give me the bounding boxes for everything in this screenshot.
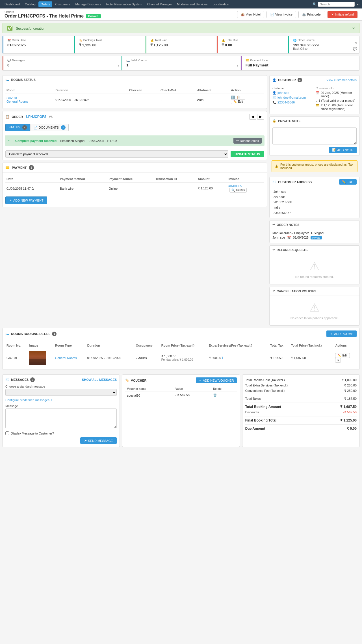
pay-col-txn: Transaction ID: [154, 176, 197, 183]
messages-count-badge: 0: [30, 377, 35, 382]
view-invoice-button[interactable]: 📄 View invoice: [266, 11, 296, 18]
source-refresh-icon[interactable]: ↻: [354, 41, 357, 45]
convenience-fee-row: Convenience Fee (Tax excl.) ₹ 250.00: [245, 388, 357, 394]
pay-method: Bank wire: [59, 183, 107, 195]
payment-details-button[interactable]: 🔍 Details: [229, 188, 247, 193]
nav-customers[interactable]: Customers: [53, 1, 72, 7]
room-edit-button[interactable]: ✏️ Edit: [231, 99, 245, 104]
messages-value: 0: [7, 63, 117, 67]
tab-documents[interactable]: 📄 DOCUMENTS 1: [31, 124, 69, 131]
nav-more-icon[interactable]: ⋯: [355, 2, 360, 7]
private-note-textarea[interactable]: [272, 127, 357, 144]
order-id-link[interactable]: LPHJCPOFS: [26, 115, 46, 119]
nav-discounts[interactable]: Manage Discounts: [73, 1, 103, 7]
total-booking-label: Total Booking Amount: [245, 405, 281, 409]
phone-icon: 📞: [272, 101, 276, 104]
display-message-label: Display Message to Customer?: [11, 432, 54, 435]
discounts-label: Discounts: [245, 410, 259, 414]
tag-icon: 🏷️: [79, 39, 82, 42]
show-all-messages-link[interactable]: Show all messages: [82, 378, 117, 381]
final-booking-label: Final Booking Total: [245, 418, 276, 422]
order-prev-button[interactable]: ◀: [249, 114, 256, 120]
order-next-button[interactable]: ▶: [257, 114, 264, 120]
nav-orders[interactable]: Orders: [38, 1, 53, 7]
tab-status[interactable]: STATUS 1: [5, 124, 30, 131]
left-column: 🛏️ ROOMS STATUS Room Duration Check-In C…: [2, 75, 267, 326]
due-amount-row: Due Amount ₹ 0.00: [245, 426, 357, 431]
bd-col-room-type: Room Type: [54, 342, 86, 349]
display-message-checkbox[interactable]: [5, 431, 9, 435]
info-extra-icon[interactable]: ℹ: [222, 356, 223, 360]
bd-room-type: General Rooms: [54, 349, 86, 367]
edit-address-button[interactable]: ✏️ EDIT: [339, 179, 357, 185]
room-type-link[interactable]: General Rooms: [6, 100, 28, 103]
customer-email-link[interactable]: johndoe@gmail.com: [278, 96, 306, 99]
resend-email-button[interactable]: ↩ Resend email: [233, 138, 262, 144]
nav-localization[interactable]: Localization: [211, 1, 231, 7]
event-timestamp: 01/09/2025 11:47:08: [88, 139, 117, 142]
invoice-link[interactable]: #IN00005: [228, 184, 242, 188]
order-num: #5: [49, 115, 53, 118]
status-select[interactable]: Complete payment received: [5, 150, 228, 158]
summary-messages[interactable]: 💬 Messages 0 ›: [3, 56, 122, 70]
nav-dashboard[interactable]: Dashboard: [2, 1, 22, 7]
add-note-button[interactable]: 📝 ADD NOTE: [329, 147, 357, 153]
payment-header: 💳 PAYMENT 1: [3, 163, 267, 173]
edit-sm-icon: ✏️: [342, 180, 346, 183]
add-payment-button[interactable]: ＋ ADD NEW PAYMENT: [5, 196, 47, 204]
send-message-button[interactable]: ➤ SEND MESSAGE: [80, 437, 117, 444]
standard-message-select[interactable]: -: [5, 389, 117, 396]
nav-channel[interactable]: Channel Manager: [145, 1, 174, 7]
print-order-button[interactable]: 🖨️ Print order: [298, 11, 325, 18]
customer-count-badge: 4: [298, 78, 302, 82]
message-label: Message: [5, 404, 117, 408]
customer-address-card: ✉️ CUSTOMER ADDRESS ✏️ EDIT John soe arv…: [269, 177, 360, 218]
discounts-row: Discounts -₹ 562.50: [245, 410, 357, 415]
nav-catalog[interactable]: Catalog: [23, 1, 38, 7]
order-navigation: ◀ ▶: [249, 114, 264, 120]
bd-dropdown-button[interactable]: ▼: [335, 358, 341, 363]
total-rooms-cost-label: Total Rooms Cost (Tax excl.): [245, 378, 285, 382]
source-chat-icon[interactable]: 💬: [353, 47, 357, 51]
rooms-icon: 🛏️: [126, 59, 130, 62]
info-circle-icon[interactable]: ℹ️: [231, 96, 235, 99]
totals-panel: Total Rooms Cost (Tax excl.) ₹ 1,000.00 …: [242, 374, 360, 447]
alert-close-icon[interactable]: ✕: [352, 26, 355, 30]
col-allotment: Allotment: [196, 87, 230, 94]
add-voucher-button[interactable]: ＋ ADD NEW VOUCHER: [196, 377, 237, 383]
payment-type-icon: 💳: [246, 59, 249, 62]
summary-total-rooms[interactable]: 🛏️ Total Rooms 1 ›: [122, 56, 240, 70]
room-number-link[interactable]: GR-101: [6, 96, 18, 100]
search-input[interactable]: [318, 2, 355, 7]
nav-hotel[interactable]: Hotel Reservation System: [104, 1, 144, 7]
page-header: Orders Order LPHJCPOFS - The Hotel Prime…: [0, 8, 362, 21]
customer-name-link[interactable]: john soe: [278, 91, 289, 94]
table-row: 01/09/2025 11:47:0/ Bank wire Online ₹ 1…: [5, 183, 264, 195]
bd-duration: 01/09/2025 - 01/10/2025: [86, 349, 135, 367]
configure-messages-link[interactable]: Configure predefined messages: [5, 398, 49, 402]
view-hotel-button[interactable]: 🏨 View Hotel: [237, 11, 264, 18]
search-sm-icon: 🔍: [231, 189, 235, 192]
message-textarea[interactable]: [5, 409, 117, 428]
v-col-name: Voucher name: [125, 386, 174, 392]
bd-col-duration: Duration: [86, 342, 135, 349]
customer-phone-link[interactable]: 2233445566: [278, 101, 295, 104]
initiate-refund-button[interactable]: ✕ Initiate refund: [328, 11, 357, 18]
nav-modules[interactable]: Modules and Services: [175, 1, 210, 7]
event-info: ✔ Complete payment received Himanshu Sin…: [8, 139, 117, 142]
messages-arrow-icon[interactable]: ›: [118, 63, 119, 68]
copy-icon[interactable]: 📋: [237, 96, 241, 99]
bd-edit-button[interactable]: ✏️ Edit: [335, 353, 350, 358]
update-status-button[interactable]: UPDATE STATUS: [231, 151, 264, 157]
view-customer-link[interactable]: View customer details: [326, 78, 357, 82]
pay-col-invoice: Invoice: [227, 176, 264, 183]
delete-voucher-icon[interactable]: 🗑️: [213, 394, 217, 397]
bd-col-actions: Actions: [334, 342, 357, 349]
add-rooms-button[interactable]: ＋ ADD ROOMS: [326, 330, 357, 337]
bd-room-type-link[interactable]: General Rooms: [55, 356, 77, 360]
booking-detail-header: 🛏️ ROOMS BOOKING DETAIL 1 ＋ ADD ROOMS: [3, 328, 359, 339]
refund-empty-text: No refund requests created.: [295, 275, 334, 278]
rooms-arrow-icon[interactable]: ›: [237, 63, 238, 68]
refund-icon: ✕: [331, 13, 334, 16]
refund-req-icon: ↩: [272, 248, 275, 252]
